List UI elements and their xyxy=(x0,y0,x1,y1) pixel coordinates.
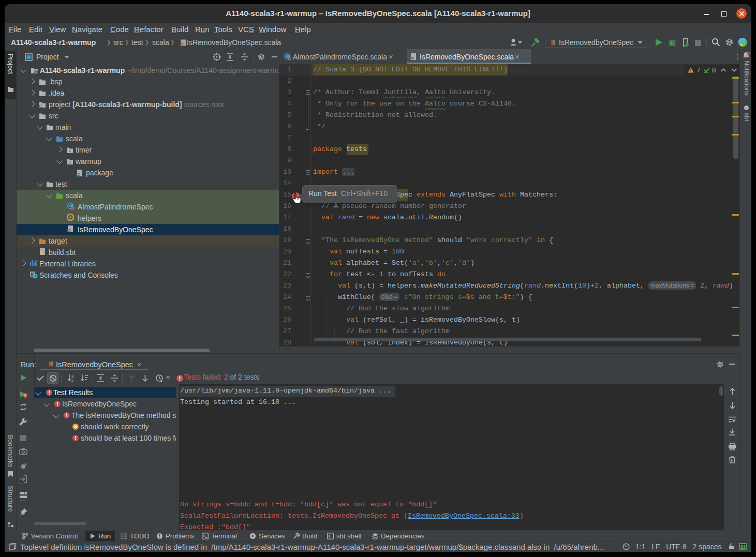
svg-text:z: z xyxy=(71,378,73,382)
